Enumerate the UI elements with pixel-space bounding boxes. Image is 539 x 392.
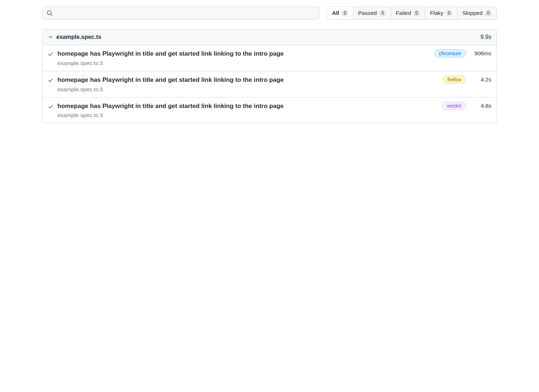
test-location: example.spec.ts:3 (57, 86, 437, 93)
test-duration: 4.2s (474, 76, 491, 83)
browser-badge: webkit (442, 102, 466, 110)
filter-label: Skipped (462, 10, 483, 16)
count-badge: 0 (446, 10, 452, 17)
test-duration: 4.8s (474, 103, 491, 109)
spec-file: example.spec.ts 9.9s homepage has Playwr… (42, 29, 497, 123)
test-row[interactable]: homepage has Playwright in title and get… (43, 97, 496, 123)
test-location: example.spec.ts:3 (57, 60, 429, 67)
filter-tab-failed[interactable]: Failed 0 (391, 7, 425, 19)
count-badge: 0 (485, 10, 492, 17)
test-title: homepage has Playwright in title and get… (57, 102, 436, 111)
test-title: homepage has Playwright in title and get… (57, 76, 437, 84)
count-badge: 3 (379, 10, 386, 17)
spec-name: example.spec.ts (56, 34, 101, 40)
filter-label: Failed (396, 10, 411, 16)
check-icon (48, 77, 54, 83)
filter-tab-passed[interactable]: Passed 3 (353, 7, 391, 19)
browser-badge: chromium (434, 49, 466, 57)
count-badge: 0 (413, 10, 420, 17)
filter-tab-flaky[interactable]: Flaky 0 (425, 7, 458, 19)
test-row[interactable]: homepage has Playwright in title and get… (43, 45, 496, 71)
filter-tabs: All 3 Passed 3 Failed 0 Flaky 0 Skipped … (327, 7, 497, 20)
test-location: example.spec.ts:3 (57, 112, 436, 119)
check-icon (48, 51, 54, 57)
check-icon (48, 103, 54, 109)
search-icon (47, 10, 53, 16)
test-title: homepage has Playwright in title and get… (57, 49, 429, 58)
filter-label: Passed (358, 10, 377, 16)
spec-header[interactable]: example.spec.ts 9.9s (43, 29, 496, 45)
filter-tab-all[interactable]: All 3 (327, 7, 353, 19)
chevron-down-icon (48, 34, 53, 40)
test-duration: 906ms (474, 50, 491, 57)
filter-label: Flaky (430, 10, 443, 16)
test-row[interactable]: homepage has Playwright in title and get… (43, 71, 496, 97)
filter-tab-skipped[interactable]: Skipped 0 (458, 7, 496, 19)
browser-badge: firefox (443, 76, 466, 84)
search-input[interactable] (42, 7, 319, 20)
count-badge: 3 (341, 10, 348, 17)
filter-label: All (332, 10, 339, 16)
spec-duration: 9.9s (480, 34, 491, 40)
